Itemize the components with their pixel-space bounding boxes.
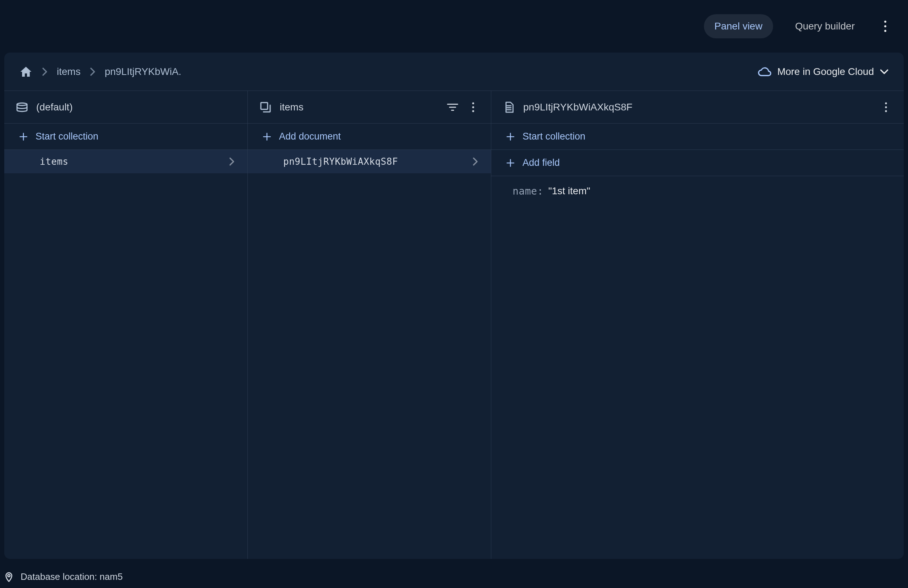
breadcrumb: items pn9LItjRYKbWiA. <box>19 66 181 78</box>
more-options-icon[interactable] <box>880 101 892 114</box>
footer: Database location: nam5 <box>0 565 908 588</box>
document-panel-header: pn9LItjRYKbWiAXkqS8F <box>491 91 904 124</box>
svg-point-5 <box>472 106 474 108</box>
svg-rect-3 <box>261 102 268 109</box>
database-icon <box>16 101 28 114</box>
breadcrumb-link-doc[interactable]: pn9LItjRYKbWiA. <box>105 66 181 77</box>
location-pin-icon <box>5 571 13 582</box>
svg-point-4 <box>472 102 474 104</box>
cloud-icon <box>758 67 772 77</box>
start-collection-button[interactable]: Start collection <box>4 124 247 150</box>
start-collection-label: Start collection <box>523 131 585 142</box>
svg-point-8 <box>885 106 887 108</box>
add-field-label: Add field <box>523 157 560 168</box>
chevron-right-icon <box>229 157 235 166</box>
add-field-button[interactable]: Add field <box>491 150 904 176</box>
svg-point-7 <box>885 102 887 104</box>
database-panel: (default) Start collection items <box>4 91 248 559</box>
query-builder-button[interactable]: Query builder <box>784 14 865 38</box>
chevron-right-icon <box>472 157 478 166</box>
collection-row-label: items <box>40 156 69 167</box>
document-row-label: pn9LItjRYKbWiAXkqS8F <box>283 156 398 167</box>
field-row[interactable]: name: "1st item" <box>491 176 904 206</box>
document-panel-title: pn9LItjRYKbWiAXkqS8F <box>523 101 633 113</box>
panel-view-button[interactable]: Panel view <box>704 14 773 38</box>
more-in-google-cloud-button[interactable]: More in Google Cloud <box>758 66 889 77</box>
svg-point-2 <box>884 30 886 32</box>
plus-icon <box>506 158 515 168</box>
document-row[interactable]: pn9LItjRYKbWiAXkqS8F <box>248 150 491 173</box>
svg-point-6 <box>472 110 474 112</box>
home-icon[interactable] <box>19 66 33 78</box>
more-options-icon[interactable] <box>877 18 894 35</box>
start-collection-button[interactable]: Start collection <box>491 124 904 150</box>
document-panel: pn9LItjRYKbWiAXkqS8F Start collection Ad… <box>491 91 904 559</box>
more-in-google-cloud-label: More in Google Cloud <box>778 66 874 77</box>
document-icon <box>502 101 515 114</box>
database-panel-title: (default) <box>36 101 73 113</box>
top-toolbar: Panel view Query builder <box>0 0 908 53</box>
plus-icon <box>262 132 272 142</box>
collection-icon <box>259 101 272 114</box>
main-card: items pn9LItjRYKbWiA. More in Google Clo… <box>4 53 904 559</box>
database-panel-header: (default) <box>4 91 247 124</box>
add-document-label: Add document <box>279 131 341 142</box>
start-collection-label: Start collection <box>35 131 98 142</box>
add-document-button[interactable]: Add document <box>248 124 491 150</box>
panels: (default) Start collection items <box>4 91 904 559</box>
svg-point-10 <box>8 575 10 577</box>
plus-icon <box>506 132 515 142</box>
chevron-down-icon <box>880 69 889 74</box>
svg-point-9 <box>885 110 887 112</box>
breadcrumb-bar: items pn9LItjRYKbWiA. More in Google Clo… <box>4 53 904 91</box>
more-options-icon[interactable] <box>467 101 480 114</box>
collection-panel-header: items <box>248 91 491 124</box>
svg-point-0 <box>884 21 886 23</box>
chevron-right-icon <box>90 67 95 76</box>
plus-icon <box>18 132 28 142</box>
field-value: "1st item" <box>548 185 590 197</box>
collection-row[interactable]: items <box>4 150 247 173</box>
breadcrumb-link-items[interactable]: items <box>57 66 80 77</box>
database-location-label: Database location: nam5 <box>21 571 123 582</box>
chevron-right-icon <box>42 67 48 76</box>
svg-point-1 <box>884 25 886 27</box>
collection-panel: items Add document pn9LItjRYKbWiAXkq <box>248 91 491 559</box>
filter-icon[interactable] <box>446 101 459 114</box>
field-key: name: <box>513 185 543 197</box>
collection-panel-title: items <box>280 101 304 113</box>
